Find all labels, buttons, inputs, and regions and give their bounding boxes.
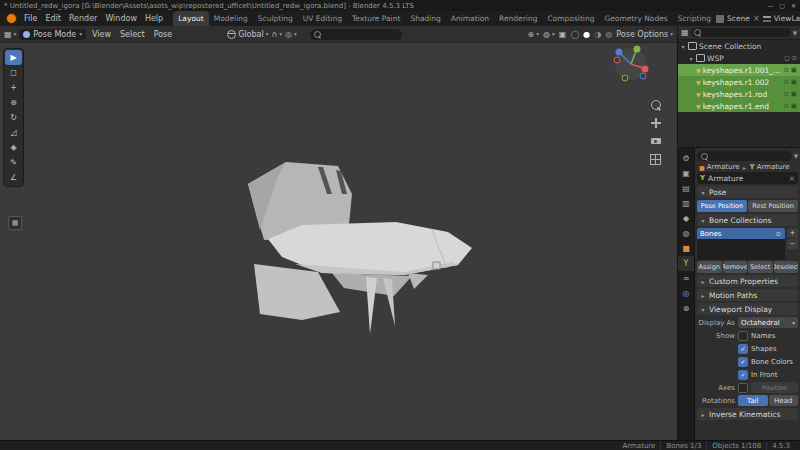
workspace-tab-shading[interactable]: Shading (405, 11, 445, 26)
editor-type-button[interactable]: ▦ ▾ (4, 30, 16, 39)
outliner-object-row[interactable]: ▼ keyshapes.r1.001_dst ⊙ ▣ (678, 64, 800, 76)
scene-selector[interactable]: Scene (727, 14, 750, 23)
workspace-tab-scripting[interactable]: Scripting (673, 11, 716, 26)
shading-solid-icon[interactable]: ● (583, 30, 590, 39)
assign-button[interactable]: Assign (697, 261, 722, 273)
tab-output[interactable]: ▤ (678, 181, 694, 196)
axis-y-negative[interactable] (622, 75, 628, 81)
remove-button[interactable]: Remove (723, 261, 748, 273)
bone-colors-checkbox[interactable] (738, 357, 748, 367)
close-icon[interactable]: ✕ (791, 2, 796, 9)
outliner-row-collection-wsp[interactable]: ▾ WSP ◻ ⊙ (678, 52, 800, 64)
tab-render[interactable]: ▣ (678, 166, 694, 181)
workspace-tab-uv-editing[interactable]: UV Editing (298, 11, 347, 26)
axis-z-positive[interactable] (616, 49, 623, 56)
tool-move[interactable]: ⊕ (5, 95, 22, 110)
section-bone-collections[interactable]: ▾ Bone Collections (697, 214, 798, 226)
axes-position-slider[interactable]: Position (751, 382, 798, 393)
axis-y-positive[interactable] (634, 46, 641, 53)
camera-view-icon[interactable] (651, 138, 661, 144)
pose-position-button[interactable]: Pose Position (697, 200, 747, 212)
add-collection-button[interactable]: + (787, 228, 798, 238)
eye-icon[interactable]: ⊙ (783, 66, 788, 74)
menu-select[interactable]: Select (117, 30, 148, 39)
maximize-icon[interactable]: ▢ (779, 2, 785, 9)
axes-checkbox[interactable] (738, 383, 748, 393)
tool-measure[interactable]: ∠ (5, 170, 22, 185)
outliner-editor-type-icon[interactable]: ▦ (681, 28, 689, 37)
datablock-selector[interactable]: Y Armature × (697, 172, 798, 184)
workspace-tab-sculpting[interactable]: Sculpting (253, 11, 298, 26)
pan-icon[interactable] (651, 118, 661, 128)
snapping-toggle[interactable]: ∩ ▾ (271, 30, 282, 39)
tool-scale[interactable]: ◿ (5, 125, 22, 140)
show-overlays-toggle[interactable]: ◍ ▾ (543, 30, 555, 39)
workspace-tab-texture-paint[interactable]: Texture Paint (347, 11, 405, 26)
tab-tool[interactable]: ⚙ (678, 151, 694, 166)
viewlayer-selector[interactable]: ViewLayer (774, 14, 800, 23)
display-as-dropdown[interactable]: Octahedral ▾ (738, 317, 798, 328)
outliner-search-input[interactable] (703, 29, 788, 37)
eye-icon[interactable]: ⊙ (783, 102, 788, 110)
bone-collections-list[interactable]: Bones ⊙ (697, 228, 785, 260)
menu-render[interactable]: Render (65, 14, 101, 23)
shapes-checkbox[interactable] (738, 344, 748, 354)
axis-z-negative[interactable] (640, 73, 646, 79)
section-custom-properties[interactable]: ▸ Custom Properties (697, 275, 798, 287)
tab-data-armature[interactable]: Y (678, 256, 694, 271)
shading-material-icon[interactable]: ◑ (594, 30, 601, 39)
render-visibility-icon[interactable]: ▣ (791, 78, 797, 86)
tab-view-layer[interactable]: ▥ (678, 196, 694, 211)
workspace-tab-animation[interactable]: Animation (446, 11, 494, 26)
eye-icon[interactable]: ⊙ (783, 90, 788, 98)
workspace-tab-modeling[interactable]: Modeling (209, 11, 253, 26)
render-visibility-icon[interactable]: ▣ (791, 66, 797, 74)
transform-orientation-dropdown[interactable]: Global ▾ (227, 30, 268, 39)
search-input[interactable] (324, 30, 398, 38)
eye-icon[interactable]: ⊙ (792, 54, 797, 62)
rotations-tail-button[interactable]: Tail (738, 395, 768, 406)
properties-search-box[interactable] (697, 151, 792, 161)
menu-view[interactable]: View (89, 30, 114, 39)
eye-icon[interactable]: ⊙ (783, 78, 788, 86)
tab-scene[interactable]: ◆ (678, 211, 694, 226)
mode-selector[interactable]: Pose Mode ▾ (19, 29, 86, 40)
deselect-button[interactable]: Deselect (774, 261, 799, 273)
axis-x-positive[interactable] (642, 66, 649, 73)
filter-icon[interactable]: ▼ (794, 153, 798, 159)
rotations-head-button[interactable]: Head (769, 395, 799, 406)
select-button[interactable]: Select (748, 261, 773, 273)
blender-logo-icon[interactable] (6, 13, 17, 24)
scene-unlink-icon[interactable]: × (753, 14, 760, 23)
pose-options-dropdown[interactable]: Pose Options ▾ (616, 30, 673, 39)
menu-window[interactable]: Window (101, 14, 141, 23)
show-gizmo-toggle[interactable]: ⊕ ▾ (528, 30, 539, 39)
outliner-object-row[interactable]: ▼ keyshapes.r1.002 ⊙ ▣ (678, 76, 800, 88)
shading-wireframe-icon[interactable]: ◯ (570, 30, 579, 39)
breadcrumb-object-name[interactable]: Armature (707, 163, 740, 171)
outliner-row-scene-collection[interactable]: ▾ Scene Collection (678, 40, 800, 52)
tool-tweak[interactable]: ▶ (5, 50, 22, 65)
breadcrumb-data-name[interactable]: Armature (757, 163, 790, 171)
proportional-editing-toggle[interactable]: ◎ ▾ (285, 30, 297, 39)
collapse-icon[interactable]: ▾ (688, 55, 694, 62)
fish-pelvic-fin[interactable] (366, 277, 377, 334)
menu-file[interactable]: File (20, 14, 41, 23)
remove-collection-button[interactable]: − (787, 239, 798, 249)
fish-model[interactable] (0, 26, 677, 441)
eye-icon[interactable]: ⊙ (776, 230, 781, 238)
viewport-float-icon[interactable]: ▦ (8, 216, 22, 230)
workspace-tab-compositing[interactable]: Compositing (542, 11, 599, 26)
render-visibility-icon[interactable]: ▣ (791, 90, 797, 98)
tab-world[interactable]: ◍ (678, 226, 694, 241)
exclude-checkbox-icon[interactable]: ◻ (784, 54, 789, 62)
tab-physics[interactable]: ◎ (678, 286, 694, 301)
workspace-tab-rendering[interactable]: Rendering (494, 11, 542, 26)
names-checkbox[interactable] (738, 331, 748, 341)
tool-select-box[interactable]: ◻ (5, 65, 22, 80)
tab-bone[interactable]: ∞ (678, 271, 694, 286)
perspective-toggle-icon[interactable] (650, 154, 661, 165)
zoom-icon[interactable] (651, 100, 661, 110)
minimize-icon[interactable]: — (767, 2, 773, 9)
menu-edit[interactable]: Edit (41, 14, 65, 23)
